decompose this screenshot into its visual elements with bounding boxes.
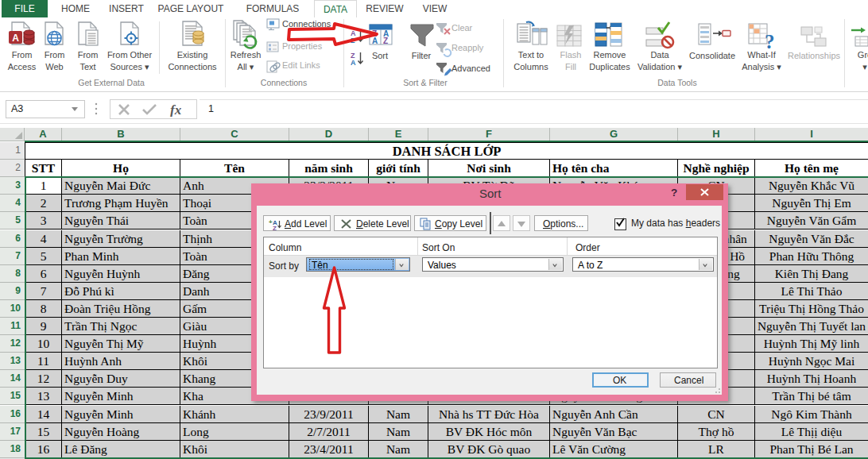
- svg-text:A: A: [372, 37, 378, 45]
- svg-text:Z: Z: [273, 225, 277, 230]
- svg-text:fx: fx: [170, 102, 182, 117]
- svg-text:A: A: [12, 33, 19, 44]
- svg-text:Z: Z: [351, 37, 355, 44]
- svg-text:A: A: [351, 59, 356, 67]
- svg-text:Z: Z: [383, 37, 388, 45]
